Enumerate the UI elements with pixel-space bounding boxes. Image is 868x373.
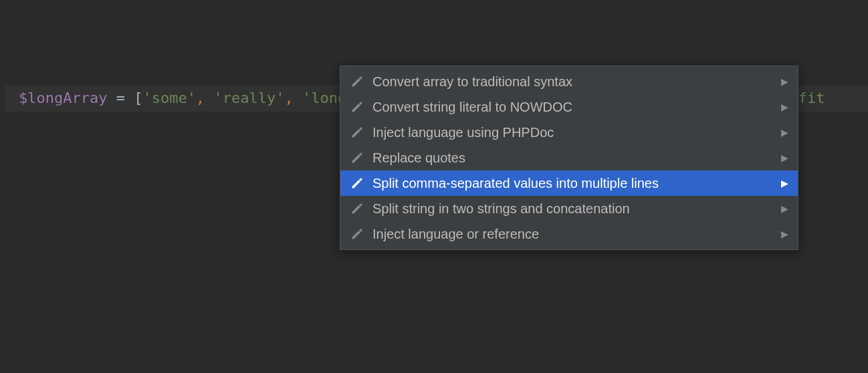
intention-actions-menu[interactable]: Convert array to traditional syntax ▶ Co… [340,66,798,250]
svg-point-3 [360,153,362,155]
menu-label: Split string in two strings and concaten… [372,201,773,217]
menu-item-convert-array[interactable]: Convert array to traditional syntax ▶ [340,69,798,94]
menu-label: Convert string literal to NOWDOC [372,100,773,115]
editor-top-bar [0,0,868,43]
intention-icon [350,227,364,241]
intention-icon [350,176,364,191]
svg-point-1 [360,102,362,104]
menu-label: Split comma-separated values into multip… [372,176,773,191]
intention-icon [350,125,364,140]
chevron-right-icon: ▶ [781,229,788,239]
svg-point-6 [360,229,362,231]
menu-item-replace-quotes[interactable]: Replace quotes ▶ [340,145,798,170]
chevron-right-icon: ▶ [781,152,788,163]
chevron-right-icon: ▶ [781,76,788,87]
menu-item-inject-language[interactable]: Inject language or reference ▶ [340,221,798,247]
chevron-right-icon: ▶ [781,178,788,189]
menu-label: Inject language using PHPDoc [372,125,773,140]
code-string: 'some' [142,90,195,106]
code-string: 'really' [213,90,284,106]
menu-item-split-comma[interactable]: Split comma-separated values into multip… [340,170,798,196]
intention-icon [350,150,364,165]
code-comma: , [196,90,205,106]
intention-icon [350,100,364,114]
code-variable: $longArray [19,90,107,106]
svg-point-0 [360,77,362,79]
intention-icon [350,74,364,89]
menu-item-convert-nowdoc[interactable]: Convert string literal to NOWDOC ▶ [340,94,798,120]
svg-point-5 [360,204,362,206]
chevron-right-icon: ▶ [781,203,788,214]
menu-label: Convert array to traditional syntax [372,74,773,90]
menu-label: Replace quotes [372,150,773,166]
chevron-right-icon: ▶ [781,102,788,112]
code-bracket: [ [134,90,142,106]
code-operator: = [107,90,134,106]
svg-point-4 [360,178,362,180]
menu-item-split-string[interactable]: Split string in two strings and concaten… [340,196,798,221]
chevron-right-icon: ▶ [781,127,788,138]
menu-label: Inject language or reference [372,227,773,242]
code-comma: , [284,90,293,106]
menu-item-inject-phpdoc[interactable]: Inject language using PHPDoc ▶ [340,120,798,145]
intention-icon [350,201,364,216]
svg-point-2 [360,128,362,130]
